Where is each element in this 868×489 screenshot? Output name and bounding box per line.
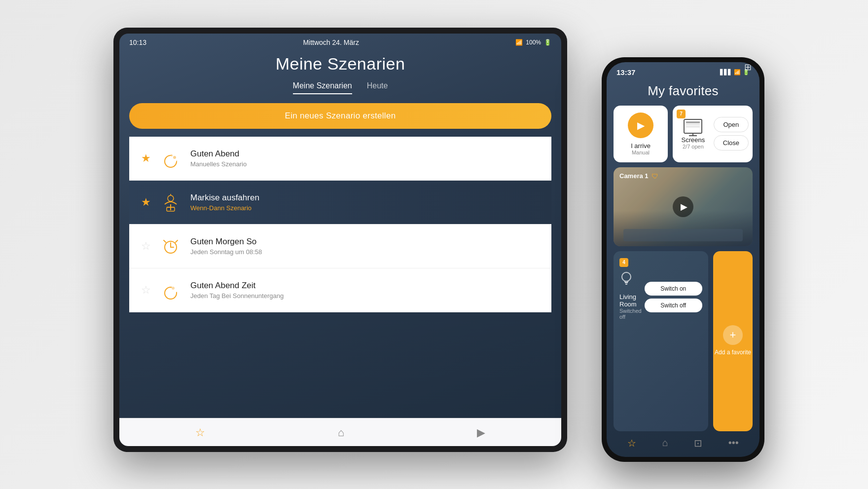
scenario-guten-morgen-text: Guten Morgen So Jeden Sonntag um 08:58 [190,237,540,256]
scenario-guten-abend-zeit-name: Guten Abend Zeit [190,281,540,291]
tablet-bottom-nav: ☆ ⌂ ▶ [119,418,561,446]
play-icon: ▶ [637,119,645,131]
tablet-date: Mittwoch 24. März [303,38,359,46]
tablet-battery-text: 100% [526,39,541,46]
star-empty-icon-2: ☆ [141,284,151,297]
camera-shield-icon: 🛡 [651,172,658,180]
phone-content: My favorites ▶ I arrive Manual 7 [607,79,760,431]
table-row[interactable]: ☆ Guten Abend Zeit Jeden Tag Bei Sonnenu… [129,268,551,312]
screens-open-button[interactable]: Open [714,117,749,132]
tablet-status-bar: 10:13 Mittwoch 24. März 📶 100% 🔋 [119,34,561,49]
svg-line-12 [164,240,166,242]
arrive-sub: Manual [632,150,650,155]
camera-play-button[interactable]: ▶ [673,196,693,217]
favorites-top-row: ▶ I arrive Manual 7 [614,106,753,162]
switch-on-button[interactable]: Switch on [645,282,702,296]
star-empty-icon: ☆ [141,240,151,253]
tab-heute[interactable]: Heute [367,81,388,94]
screens-close-button[interactable]: Close [714,135,749,150]
svg-rect-19 [686,124,700,125]
living-room-inner: Living Room Switched off Switch on Switc… [619,271,702,324]
screens-sub: 2/7 open [683,144,704,150]
tablet-wifi-icon: 📶 [515,39,523,46]
scenario-icon-sunset [159,278,182,302]
screens-icon-area: Screens 2/7 open [677,118,710,150]
phone-nav-favorites[interactable]: ☆ [627,437,636,449]
table-row[interactable]: ★ Guten Abend Manuelles Szenario [129,137,551,181]
scenario-icon-alarm [159,234,182,258]
star-filled-icon-2: ★ [141,196,151,209]
tablet-battery-icon: 🔋 [544,39,551,46]
phone-grid-icon[interactable]: ⊞ [744,62,752,73]
scenario-icon-umbrella [159,190,182,214]
svg-rect-18 [686,121,700,123]
tablet-status-right: 📶 100% 🔋 [515,39,551,46]
phone-time: 13:37 [616,68,635,76]
phone-wifi-icon: 📶 [734,69,741,75]
living-room-card: 4 [614,251,708,431]
star-filled-icon: ★ [141,152,151,165]
living-room-bulb-icon [619,271,633,290]
scenario-guten-abend-text: Guten Abend Manuelles Szenario [190,149,540,168]
svg-point-16 [172,287,175,290]
svg-point-3 [171,154,173,156]
svg-point-4 [168,195,174,201]
scenario-guten-morgen-sub: Jeden Sonntag um 08:58 [190,248,540,256]
scenario-guten-abend-sub: Manuelles Szenario [190,160,540,168]
svg-line-13 [176,240,178,242]
switch-off-button[interactable]: Switch off [645,299,702,312]
scene-container: 10:13 Mittwoch 24. März 📶 100% 🔋 Meine S… [89,28,779,462]
phone-nav-grid[interactable]: ⊡ [694,437,702,449]
add-favorite-card[interactable]: + Add a favorite [713,251,753,431]
tablet-nav-home[interactable]: ⌂ [338,426,344,439]
camera-label: Camera 1 🛡 [619,172,658,180]
phone-device: 13:37 ▋▋▋ 📶 🔋 ⊞ My favorites [602,57,764,462]
living-room-badge: 4 [619,258,628,267]
camera-card[interactable]: ▶ Camera 1 🛡 [614,167,753,246]
living-room-buttons: Switch on Switch off [645,282,702,312]
scenario-icon-moon [159,147,182,170]
phone-bottom-nav: ☆ ⌂ ⊡ ••• [607,431,760,457]
phone-title: My favorites [614,83,753,99]
phone-signal-icon: ▋▋▋ [720,69,732,75]
tablet-screen: 10:13 Mittwoch 24. März 📶 100% 🔋 Meine S… [119,34,561,446]
scenario-guten-abend-zeit-text: Guten Abend Zeit Jeden Tag Bei Sonnenunt… [190,281,540,300]
arrive-play-button[interactable]: ▶ [628,113,653,138]
scenario-markise-name: Markise ausfahren [190,193,540,203]
living-room-sub: Switched off [619,308,645,320]
camera-label-text: Camera 1 [619,172,649,180]
svg-point-23 [622,272,631,281]
create-scenario-button[interactable]: Ein neues Szenario erstellen [129,103,551,129]
phone-status-bar: 13:37 ▋▋▋ 📶 🔋 [607,62,760,79]
svg-rect-20 [686,126,700,127]
svg-point-2 [173,156,176,159]
phone-nav-more[interactable]: ••• [728,437,739,449]
lr-left: Living Room Switched off [619,271,645,324]
scenario-guten-abend-zeit-sub: Jeden Tag Bei Sonnenuntergang [190,292,540,300]
scenario-markise-text: Markise ausfahren Wenn-Dann Szenario [190,193,540,212]
tablet-content: Meine Szenarien Meine Szenarien Heute Ei… [119,49,561,418]
add-favorite-label: Add a favorite [715,349,751,357]
phone-nav-home[interactable]: ⌂ [662,437,668,449]
bottom-cards: 4 [614,251,753,431]
add-favorite-plus-icon: + [723,325,743,345]
tablet-tabs: Meine Szenarien Heute [129,81,551,94]
tablet-title: Meine Szenarien [129,54,551,74]
camera-play-icon: ▶ [681,201,687,212]
tablet-device: 10:13 Mittwoch 24. März 📶 100% 🔋 Meine S… [113,28,567,452]
tablet-nav-scenarios[interactable]: ▶ [477,426,485,439]
scenario-markise-sub: Wenn-Dann Szenario [190,204,540,212]
screens-label: Screens [682,136,705,144]
scenario-guten-abend-name: Guten Abend [190,149,540,159]
tablet-nav-favorites[interactable]: ☆ [195,426,205,439]
living-room-label: Living Room [619,293,645,308]
screens-badge: 7 [677,110,686,118]
screens-card: 7 Screens 2/7 open [673,106,753,162]
arrive-card[interactable]: ▶ I arrive Manual [614,106,668,162]
table-row[interactable]: ☆ Guten Morgen So [129,225,551,268]
tab-meine-szenarien[interactable]: Meine Szenarien [293,81,352,94]
scenario-list: ★ Guten Abend Manuelles Szenario [129,137,551,418]
table-row[interactable]: ★ Markise ausfa [129,181,551,225]
phone-screen: 13:37 ▋▋▋ 📶 🔋 ⊞ My favorites [607,62,760,457]
arrive-label: I arrive [631,142,651,150]
